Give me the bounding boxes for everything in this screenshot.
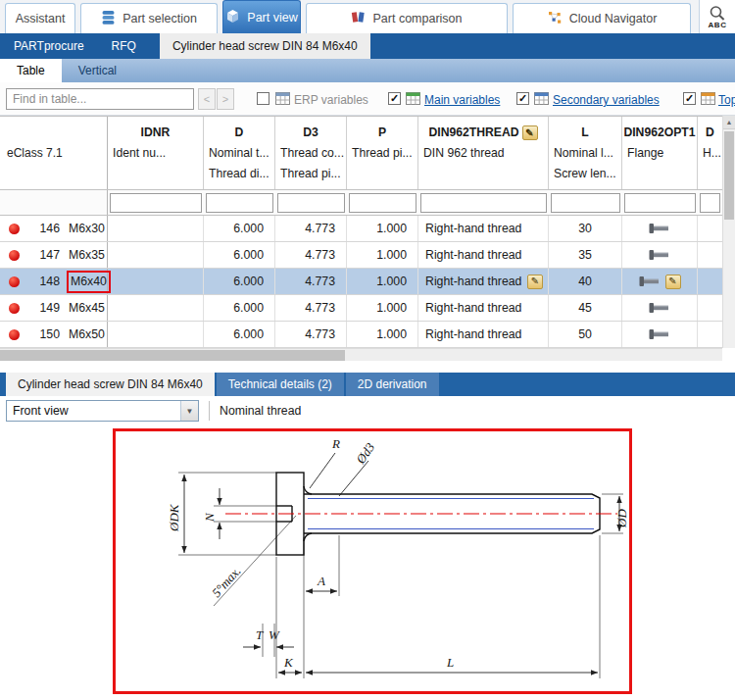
cell-din962thread[interactable]: Right-hand thread ✎ xyxy=(418,269,549,294)
find-in-table-input[interactable] xyxy=(6,88,194,110)
tab-assistant[interactable]: Assistant xyxy=(5,3,75,33)
cell-d3[interactable]: 4.773 xyxy=(275,322,347,347)
cell-p[interactable]: 1.000 xyxy=(347,216,418,241)
cell-d[interactable]: 6.000 xyxy=(204,269,275,294)
cell-d-partial[interactable] xyxy=(698,269,722,294)
vertical-scrollbar[interactable]: ▲ xyxy=(722,116,735,348)
cell-din962thread[interactable]: Right-hand thread ✎ xyxy=(418,295,549,321)
column-header-din962thread[interactable]: DIN962THREAD✎ DIN 962 thread xyxy=(418,117,549,189)
table-row[interactable]: 148 M6x40 6.000 4.773 1.000 Right-hand t… xyxy=(0,269,735,295)
table-row[interactable]: 146 M6x30 6.000 4.773 1.000 Right-hand t… xyxy=(0,216,735,242)
vertical-scroll-thumb[interactable] xyxy=(724,131,734,220)
menu-rfq[interactable]: RFQ xyxy=(98,33,150,59)
cell-idnr[interactable] xyxy=(108,242,204,268)
edit-pencil-icon[interactable]: ✎ xyxy=(527,275,543,289)
filter-input-idnr[interactable] xyxy=(110,193,202,213)
cell-din962opt1[interactable]: ✎ xyxy=(622,322,698,347)
cell-din962opt1[interactable]: ✎ xyxy=(622,295,698,321)
cell-d[interactable]: 6.000 xyxy=(204,242,275,268)
horizontal-scrollbar[interactable] xyxy=(0,348,722,361)
cell-d[interactable]: 6.000 xyxy=(204,322,275,347)
column-header-l[interactable]: L Nominal l... Screw len... xyxy=(549,117,622,189)
search-button[interactable]: ABC xyxy=(699,0,735,33)
cell-d3[interactable]: 4.773 xyxy=(275,242,347,268)
cell-din962thread[interactable]: Right-hand thread ✎ xyxy=(418,216,549,241)
cell-din962opt1[interactable]: ✎ xyxy=(622,216,698,241)
table-row[interactable]: 147 M6x35 6.000 4.773 1.000 Right-hand t… xyxy=(0,242,735,269)
cell-idnr[interactable] xyxy=(108,216,204,241)
cell-idnr[interactable] xyxy=(108,322,204,347)
main-variables-checkbox[interactable] xyxy=(388,92,401,105)
cell-p[interactable]: 1.000 xyxy=(347,269,418,294)
cell-l[interactable]: 50 xyxy=(549,322,622,347)
cell-din962opt1[interactable]: ✎ xyxy=(622,269,698,294)
edit-pencil-icon[interactable]: ✎ xyxy=(522,125,538,140)
cell-d3[interactable]: 4.773 xyxy=(275,295,347,321)
row-name-cell[interactable]: M6x50 xyxy=(65,322,108,347)
find-previous-button[interactable]: < xyxy=(198,88,216,110)
column-header-din962opt1[interactable]: DIN962OPT1 Flange xyxy=(622,117,698,189)
cell-d-partial[interactable] xyxy=(698,242,722,268)
column-header-d[interactable]: D Nominal t... Thread di... xyxy=(204,117,275,189)
topo-checkbox[interactable] xyxy=(683,92,696,105)
column-header-d-partial[interactable]: D H... xyxy=(698,117,722,189)
main-variables-link[interactable]: Main variables xyxy=(424,93,500,107)
cell-p[interactable]: 1.000 xyxy=(347,242,418,268)
cell-din962thread[interactable]: Right-hand thread ✎ xyxy=(418,242,549,268)
cell-d3[interactable]: 4.773 xyxy=(275,216,347,241)
filter-input-din962opt1[interactable] xyxy=(624,193,696,213)
menu-partprocure[interactable]: PARTprocure xyxy=(0,33,98,59)
row-name-cell[interactable]: M6x35 xyxy=(65,242,108,268)
dropdown-arrow-icon[interactable]: ▼ xyxy=(180,401,198,421)
secondary-variables-checkbox[interactable] xyxy=(516,92,529,105)
cell-l[interactable]: 35 xyxy=(549,242,622,268)
row-name-cell[interactable]: M6x30 xyxy=(65,216,108,241)
column-header-idnr[interactable]: IDNR Ident nu... xyxy=(108,117,204,189)
tab-part-view[interactable]: Part view xyxy=(222,0,301,33)
edit-pencil-icon[interactable]: ✎ xyxy=(665,275,681,289)
view-select-dropdown[interactable]: Front view ▼ xyxy=(6,400,199,422)
cell-d-partial[interactable] xyxy=(698,295,722,321)
table-row[interactable]: 149 M6x45 6.000 4.773 1.000 Right-hand t… xyxy=(0,295,735,322)
cell-p[interactable]: 1.000 xyxy=(347,322,418,347)
cell-l[interactable]: 40 xyxy=(549,269,622,294)
cell-idnr[interactable] xyxy=(108,269,204,294)
tab-2d-derivation[interactable]: 2D derivation xyxy=(346,373,439,396)
tab-table[interactable]: Table xyxy=(0,59,62,82)
tab-part-comparison[interactable]: Part comparison xyxy=(306,3,508,33)
cell-l[interactable]: 30 xyxy=(549,216,622,241)
table-row[interactable]: 150 M6x50 6.000 4.773 1.000 Right-hand t… xyxy=(0,322,735,348)
tab-technical-details[interactable]: Technical details (2) xyxy=(217,373,344,396)
document-tab-active[interactable]: Cylinder head screw DIN 84 M6x40 xyxy=(160,33,370,59)
cell-d3[interactable]: 4.773 xyxy=(275,269,347,294)
cell-l[interactable]: 45 xyxy=(549,295,622,321)
column-header-d3[interactable]: D3 Thread co... Thread pi... xyxy=(275,117,347,189)
scroll-up-arrow[interactable]: ▲ xyxy=(723,116,735,129)
filter-input-d3[interactable] xyxy=(277,193,345,213)
filter-input-d-partial[interactable] xyxy=(700,193,720,213)
cell-p[interactable]: 1.000 xyxy=(347,295,418,321)
filter-input-l[interactable] xyxy=(551,193,620,213)
row-name-cell[interactable]: M6x45 xyxy=(65,295,108,321)
cell-d[interactable]: 6.000 xyxy=(204,216,275,241)
filter-input-din962thread[interactable] xyxy=(420,193,547,213)
find-next-button[interactable]: > xyxy=(217,88,234,110)
topo-link[interactable]: Topo xyxy=(718,93,735,107)
tab-part-selection[interactable]: Part selection xyxy=(80,3,218,33)
filter-input-p[interactable] xyxy=(349,193,416,213)
cell-din962opt1[interactable]: ✎ xyxy=(622,242,698,268)
cell-idnr[interactable] xyxy=(108,295,204,321)
cell-d-partial[interactable] xyxy=(698,322,722,347)
cell-d[interactable]: 6.000 xyxy=(204,295,275,321)
tab-preview-document[interactable]: Cylinder head screw DIN 84 M6x40 xyxy=(6,373,215,396)
horizontal-scroll-thumb[interactable] xyxy=(0,350,345,361)
tab-vertical[interactable]: Vertical xyxy=(62,59,133,82)
filter-input-d[interactable] xyxy=(206,193,273,213)
erp-variables-checkbox[interactable] xyxy=(257,92,270,105)
secondary-variables-link[interactable]: Secondary variables xyxy=(553,93,660,107)
cell-din962thread[interactable]: Right-hand thread ✎ xyxy=(418,322,549,347)
tab-cloud-navigator[interactable]: Cloud Navigator xyxy=(513,3,691,33)
row-name-cell[interactable]: M6x40 xyxy=(65,269,108,294)
cell-d-partial[interactable] xyxy=(698,216,722,241)
column-header-p[interactable]: P Thread pi... xyxy=(347,117,418,189)
